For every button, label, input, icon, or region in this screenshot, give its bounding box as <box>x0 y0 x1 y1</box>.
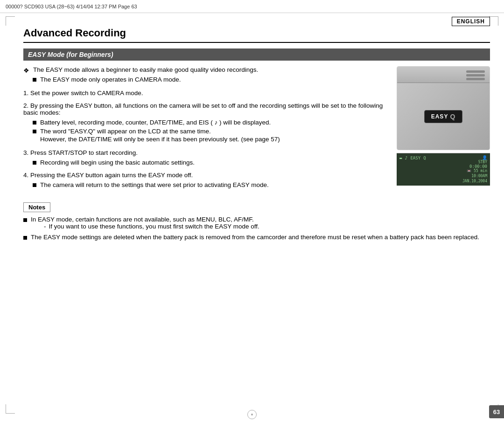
square-bullet-icon-3 <box>33 161 36 165</box>
step-3-sub-1: Recording will begin using the basic aut… <box>33 159 387 166</box>
step-3: 3. Press START/STOP to start recording. … <box>23 149 387 166</box>
step-4-sub-1-text: The camera will return to the settings t… <box>40 181 269 188</box>
notes-item-1-content: In EASY mode, certain functions are not … <box>31 216 259 231</box>
camera-image-column: EASY Q ▬ ♪ EASY Q 👤 STBY <box>397 66 490 194</box>
step-4-num: 4. <box>23 172 30 179</box>
step-2-subitems: Battery level, recording mode, counter, … <box>33 119 387 144</box>
square-bullet-icon-2a <box>33 121 36 125</box>
notes-label: Notes <box>23 202 50 212</box>
notes-section: Notes In EASY mode, certain functions ar… <box>23 202 490 241</box>
intro-bullet-item: The EASY mode only operates in CAMERA mo… <box>33 76 387 83</box>
page-number: 63 <box>489 405 504 418</box>
square-bullet-note-1 <box>23 218 27 222</box>
step-4: 4. Pressing the EASY button again turns … <box>23 172 387 188</box>
content-area: ❖ The EASY mode allows a beginner to eas… <box>23 66 490 194</box>
lcd-person-icon: 👤 <box>467 155 487 160</box>
intro-block: ❖ The EASY mode allows a beginner to eas… <box>23 66 387 83</box>
dash-icon: - <box>44 223 46 230</box>
text-column: ❖ The EASY mode allows a beginner to eas… <box>23 66 387 194</box>
step-4-subitems: The camera will return to the settings t… <box>33 181 387 188</box>
step-2-sub-1-text: Battery level, recording mode, counter, … <box>40 119 271 126</box>
lcd-top-row: ▬ ♪ EASY Q 👤 STBY 0:00:00 📼 55 min <box>399 155 487 173</box>
notes-item-1-sub: - If you want to use these functions, yo… <box>44 223 259 230</box>
section-header: EASY Mode (for Beginners) <box>23 48 490 61</box>
header-bar: 00000? SCD903 USA (28~63) 4/14/04 12:37 … <box>0 0 504 13</box>
step-2: 2. By pressing the EASY button, all func… <box>23 102 387 144</box>
file-path: 00000? SCD903 USA (28~63) 4/14/04 12:37 … <box>6 4 137 9</box>
lcd-bottom: 10:00AM JAN.10,2004 <box>462 173 487 184</box>
easy-btn-label: EASY <box>431 113 448 120</box>
notes-item-1-sub-text: If you want to use these functions, you … <box>49 223 259 230</box>
notes-content: In EASY mode, certain functions are not … <box>23 216 490 241</box>
slot-3 <box>466 78 485 80</box>
lcd-screen: ▬ ♪ EASY Q 👤 STBY 0:00:00 📼 55 min <box>397 153 490 186</box>
intro-diamond-item: ❖ The EASY mode allows a beginner to eas… <box>23 66 387 74</box>
step-1-text: Set the power switch to CAMERA mode. <box>30 90 143 97</box>
corner-mark-tl <box>6 16 15 26</box>
step-4-text: Pressing the EASY button again turns the… <box>30 172 193 179</box>
notes-item-1: In EASY mode, certain functions are not … <box>23 216 490 231</box>
step-2-num: 2. <box>23 102 30 109</box>
step-4-sub-1: The camera will return to the settings t… <box>33 181 387 188</box>
step-2-sub-1: Battery level, recording mode, counter, … <box>33 119 387 126</box>
notes-item-2: The EASY mode settings are deleted when … <box>23 234 490 241</box>
square-bullet-icon-4 <box>33 183 36 187</box>
step-2-sub-2-detail: However, the DATE/TIME will only be seen… <box>40 136 280 143</box>
lcd-battery-icon: ▬ <box>399 156 402 160</box>
lcd-date: JAN.10,2004 <box>462 179 487 184</box>
slot-1 <box>466 70 485 73</box>
slot-2 <box>466 74 485 76</box>
corner-mark-tr <box>489 16 498 26</box>
intro-diamond-text: The EASY mode allows a beginner to easil… <box>33 66 258 73</box>
lcd-min: 📼 55 min <box>467 169 487 173</box>
camera-main-area: EASY Q <box>397 83 490 150</box>
notes-item-1-text: In EASY mode, certain functions are not … <box>31 216 259 223</box>
square-bullet-icon <box>33 78 36 82</box>
step-3-text: Press START/STOP to start recording. <box>30 149 138 156</box>
notes-item-2-text: The EASY mode settings are deleted when … <box>31 234 479 241</box>
main-content: Advanced Recording EASY Mode (for Beginn… <box>23 13 490 403</box>
lcd-stby: STBY <box>467 160 487 164</box>
lcd-easy-label: EASY <box>410 156 420 160</box>
step-1-num: 1. <box>23 90 30 97</box>
easy-button-visual: EASY Q <box>424 110 463 123</box>
lcd-q-icon: Q <box>423 156 426 160</box>
page-title: Advanced Recording <box>23 27 490 43</box>
camera-top-bar <box>397 67 490 83</box>
square-bullet-note-2 <box>23 236 27 240</box>
step-2-text: By pressing the EASY button, all functio… <box>23 102 383 116</box>
lcd-clock: 10:00AM <box>462 173 487 179</box>
center-mark-bottom <box>247 410 257 419</box>
step-2-sub-2: The word "EASY.Q" will appear on the LCD… <box>33 128 387 144</box>
lcd-eis-icon: ♪ <box>405 155 407 160</box>
easy-q-mark: Q <box>450 113 455 120</box>
square-bullet-icon-2b <box>33 130 36 133</box>
intro-bullet-text: The EASY mode only operates in CAMERA mo… <box>40 76 181 83</box>
camera-top-image: EASY Q <box>397 66 490 150</box>
step-3-sub-1-text: Recording will begin using the basic aut… <box>40 159 195 166</box>
diamond-icon: ❖ <box>23 67 29 74</box>
step-3-subitems: Recording will begin using the basic aut… <box>33 159 387 166</box>
step-3-num: 3. <box>23 149 30 156</box>
step-1: 1. Set the power switch to CAMERA mode. <box>23 90 387 97</box>
lcd-time: 0:00:00 <box>467 164 487 169</box>
step-2-sub-2-text: The word "EASY.Q" will appear on the LCD… <box>40 128 211 135</box>
camera-slots <box>466 70 485 80</box>
corner-mark-bl <box>6 404 15 414</box>
